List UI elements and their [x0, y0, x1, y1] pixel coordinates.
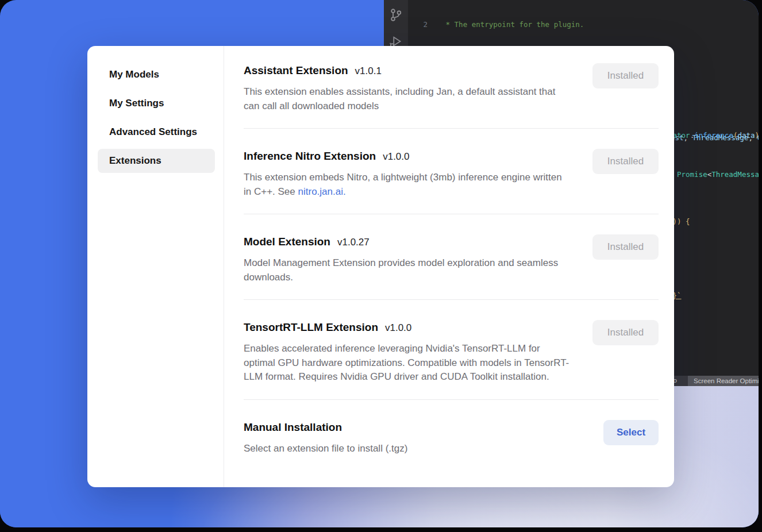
- select-file-button[interactable]: Select: [603, 420, 659, 445]
- extension-version: v1.0.0: [385, 322, 411, 334]
- manual-installation-description: Select an extension file to install (.tg…: [244, 442, 407, 456]
- sidebar-item-my-settings[interactable]: My Settings: [98, 91, 215, 115]
- extension-row-inference-nitro: Inference Nitro Extension v1.0.0 This ex…: [244, 129, 659, 214]
- nitro-jan-ai-link[interactable]: nitro.jan.ai.: [298, 186, 346, 197]
- code-line: 2 * The entrypoint for the plugin.: [408, 20, 759, 29]
- settings-modal: My Models My Settings Advanced Settings …: [87, 46, 674, 487]
- extension-version: v1.0.1: [355, 65, 382, 77]
- extension-description: This extension embeds Nitro, a lightweig…: [244, 171, 571, 199]
- installed-button[interactable]: Installed: [592, 234, 659, 260]
- code-fragment: rator.inference(data));: [668, 131, 759, 140]
- extension-title: Assistant Extension: [244, 63, 348, 78]
- extension-row-model: Model Extension v1.0.27 Model Management…: [244, 214, 659, 300]
- code-fragment: Promise<ThreadMessage>: [677, 170, 759, 179]
- sidebar-item-extensions[interactable]: Extensions: [98, 149, 215, 173]
- manual-installation-row: Manual Installation Select an extension …: [244, 400, 659, 471]
- manual-installation-title: Manual Installation: [244, 420, 342, 435]
- extensions-panel: Assistant Extension v1.0.1 This extensio…: [224, 46, 674, 487]
- extension-description: Model Management Extension provides mode…: [244, 256, 571, 284]
- source-control-icon: [389, 8, 403, 22]
- settings-sidebar: My Models My Settings Advanced Settings …: [87, 46, 224, 487]
- status-screen-reader: Screen Reader Optimize: [688, 376, 759, 386]
- installed-button[interactable]: Installed: [592, 320, 659, 345]
- extension-description: Enables accelerated inference leveraging…: [244, 342, 571, 384]
- extension-row-assistant: Assistant Extension v1.0.1 This extensio…: [244, 46, 659, 129]
- extension-title: Inference Nitro Extension: [244, 149, 376, 164]
- extension-title: TensortRT-LLM Extension: [244, 320, 378, 335]
- extension-version: v1.0.27: [337, 237, 370, 248]
- extension-description: This extension enables assistants, inclu…: [244, 85, 571, 113]
- sidebar-item-advanced-settings[interactable]: Advanced Settings: [98, 120, 215, 144]
- installed-button[interactable]: Installed: [592, 149, 659, 174]
- installed-button[interactable]: Installed: [592, 63, 659, 88]
- sidebar-item-my-models[interactable]: My Models: [98, 63, 215, 87]
- app-frame: 2 * The entrypoint for the plugin. 3 */ …: [0, 0, 759, 527]
- extension-title: Model Extension: [244, 234, 330, 249]
- extension-row-tensorrt-llm: TensortRT-LLM Extension v1.0.0 Enables a…: [244, 300, 659, 400]
- extension-version: v1.0.0: [383, 151, 409, 163]
